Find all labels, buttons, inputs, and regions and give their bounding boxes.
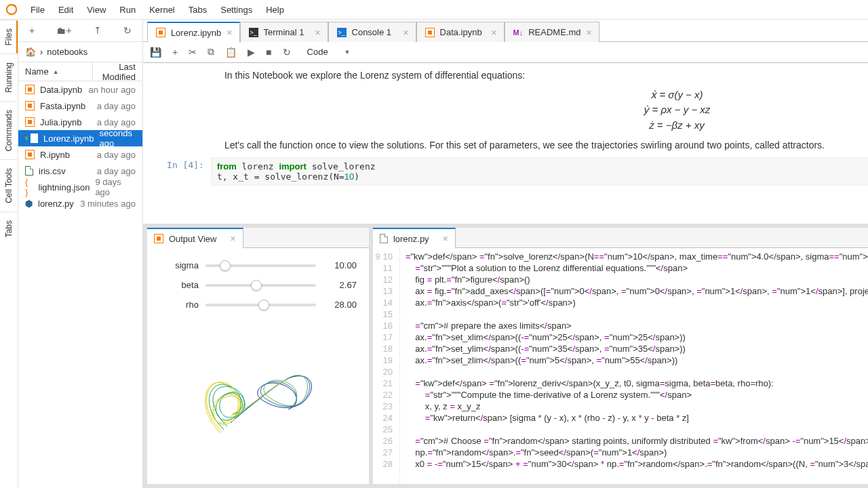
tab-label: Terminal 1 xyxy=(264,27,304,37)
slider-track[interactable] xyxy=(205,304,316,306)
close-icon[interactable]: × xyxy=(586,27,591,38)
sidetab-tabs[interactable]: Tabs xyxy=(0,211,18,245)
save-icon[interactable]: 💾 xyxy=(150,47,161,58)
col-name[interactable]: Name▲ xyxy=(18,62,93,81)
slider-label: rho xyxy=(159,300,199,310)
file-name: lorenz.py xyxy=(38,199,75,209)
tab-lorenz-py[interactable]: lorenz.py× xyxy=(373,228,456,248)
close-icon[interactable]: × xyxy=(491,27,496,38)
file-row[interactable]: R.ipynba day ago xyxy=(18,146,142,163)
close-icon[interactable]: × xyxy=(403,27,408,38)
output-pane: Output View× sigma10.00beta2.67rho28.00 xyxy=(147,228,369,484)
insert-cell-icon[interactable]: + xyxy=(172,47,178,58)
notebook-toolbar: 💾 + ✂ ⧉ 📋 ▶ ■ ↻ Code▼ Python 3 xyxy=(143,42,868,63)
refresh-icon[interactable]: ↻ xyxy=(123,25,132,36)
close-icon[interactable]: × xyxy=(315,27,320,38)
file-row[interactable]: Lorenz.ipynbseconds ago xyxy=(18,130,142,146)
menu-edit[interactable]: Edit xyxy=(52,2,79,18)
notebook-icon xyxy=(25,150,35,159)
tab-data-ipynb[interactable]: Data.ipynb× xyxy=(416,22,505,42)
cell-prompt: In [4]: xyxy=(157,157,204,186)
file-list: Data.ipynban hour agoFasta.ipynba day ag… xyxy=(18,81,142,211)
menu-kernel[interactable]: Kernel xyxy=(143,2,181,18)
file-name: Julia.ipynb xyxy=(40,117,92,127)
col-modified[interactable]: Last Modified xyxy=(93,62,142,82)
console-icon: >_ xyxy=(337,28,347,37)
menu-run[interactable]: Run xyxy=(113,2,142,18)
sidetab-running[interactable]: Running xyxy=(0,54,18,101)
sidetab-files[interactable]: Files xyxy=(0,20,18,54)
slider-rho[interactable]: rho28.00 xyxy=(159,300,357,310)
tab-output-view[interactable]: Output View× xyxy=(147,228,243,248)
slider-track[interactable] xyxy=(205,284,316,287)
file-modified: 3 minutes ago xyxy=(80,199,136,209)
file-name: lightning.json xyxy=(39,182,90,192)
tab-label: README.md xyxy=(528,27,580,37)
code-cell[interactable]: In [4]: from lorenz import solve_lorenz … xyxy=(157,157,868,186)
file-icon xyxy=(380,234,388,243)
slider-widgets: sigma10.00beta2.67rho28.00 xyxy=(147,248,369,325)
upload-icon[interactable]: ⤒ xyxy=(94,25,102,36)
file-toolbar: + 🖿+ ⤒ ↻ xyxy=(18,20,142,42)
editor-pane: lorenz.py× 9 10 11 12 13 14 15 16 17 18 … xyxy=(373,228,868,484)
run-icon[interactable]: ▶ xyxy=(248,47,255,58)
close-icon[interactable]: × xyxy=(230,233,235,244)
new-folder-icon[interactable]: 🖿+ xyxy=(56,25,71,36)
sidetab-celltools[interactable]: Cell Tools xyxy=(0,159,18,211)
code-editor[interactable]: 9 10 11 12 13 14 15 16 17 18 19 20 21 22… xyxy=(373,248,868,484)
menu-view[interactable]: View xyxy=(81,2,112,18)
file-modified: 9 days ago xyxy=(95,177,135,197)
menu-tabs[interactable]: Tabs xyxy=(182,2,213,18)
slider-value: 10.00 xyxy=(323,260,357,270)
tab-terminal-1[interactable]: >_Terminal 1× xyxy=(240,22,328,42)
cell-code[interactable]: from lorenz import solve_lorenz t, x_t =… xyxy=(211,157,868,186)
file-row[interactable]: ⬢lorenz.py3 minutes ago xyxy=(18,195,142,211)
notebook-icon xyxy=(25,101,35,110)
menu-bar: File Edit View Run Kernel Tabs Settings … xyxy=(0,0,868,20)
copy-icon[interactable]: ⧉ xyxy=(208,46,214,58)
lorenz-plot xyxy=(147,325,369,460)
cut-icon[interactable]: ✂ xyxy=(189,47,197,58)
stop-icon[interactable]: ■ xyxy=(266,47,271,58)
main-tab-bar: Lorenz.ipynb×>_Terminal 1×>_Console 1×Da… xyxy=(143,20,868,42)
menu-settings[interactable]: Settings xyxy=(214,2,258,18)
breadcrumb[interactable]: 🏠 › notebooks xyxy=(18,42,142,62)
slider-thumb[interactable] xyxy=(258,300,269,310)
home-icon[interactable]: 🏠 xyxy=(25,47,36,57)
file-list-header: Name▲ Last Modified xyxy=(18,62,142,81)
notebook-area[interactable]: In this Notebook we explore the Lorenz s… xyxy=(143,63,868,224)
tab-readme-md[interactable]: M↓README.md× xyxy=(505,22,599,42)
close-icon[interactable]: × xyxy=(443,233,448,244)
slider-thumb[interactable] xyxy=(220,260,231,271)
new-launcher-icon[interactable]: + xyxy=(29,25,35,36)
tab-console-1[interactable]: >_Console 1× xyxy=(328,22,416,42)
menu-file[interactable]: File xyxy=(24,2,51,18)
file-modified: an hour ago xyxy=(88,85,135,95)
tab-lorenz-ipynb[interactable]: Lorenz.ipynb× xyxy=(147,22,240,42)
slider-value: 2.67 xyxy=(323,280,357,290)
notebook-icon xyxy=(156,28,165,37)
tab-label: Console 1 xyxy=(352,27,392,37)
slider-track[interactable] xyxy=(205,264,316,267)
slider-sigma[interactable]: sigma10.00 xyxy=(159,260,357,270)
restart-icon[interactable]: ↻ xyxy=(283,47,291,58)
file-modified: seconds ago xyxy=(99,128,135,148)
tab-label: Data.ipynb xyxy=(440,27,482,37)
sidetab-commands[interactable]: Commands xyxy=(0,101,18,159)
code-area[interactable]: ="kw">def</span> ="fn">solve_lorenz</spa… xyxy=(400,248,868,484)
file-row[interactable]: Fasta.ipynba day ago xyxy=(18,98,142,114)
menu-help[interactable]: Help xyxy=(260,2,290,18)
paste-icon[interactable]: 📋 xyxy=(225,47,237,58)
file-modified: a day ago xyxy=(97,117,136,127)
file-name: R.ipynb xyxy=(40,150,92,160)
csv-file-icon xyxy=(25,166,33,176)
slider-beta[interactable]: beta2.67 xyxy=(159,280,357,290)
file-row[interactable]: { }lightning.json9 days ago xyxy=(18,179,142,195)
equations: ẋ = σ(y − x) ẏ = ρx − y − xz ż = −βz + x… xyxy=(157,87,868,134)
file-row[interactable]: Data.ipynban hour ago xyxy=(18,81,142,98)
cell-type-select[interactable]: Code▼ xyxy=(307,47,351,57)
breadcrumb-path[interactable]: notebooks xyxy=(47,47,87,57)
slider-label: sigma xyxy=(159,260,199,270)
slider-thumb[interactable] xyxy=(251,280,262,291)
close-icon[interactable]: × xyxy=(226,27,232,38)
